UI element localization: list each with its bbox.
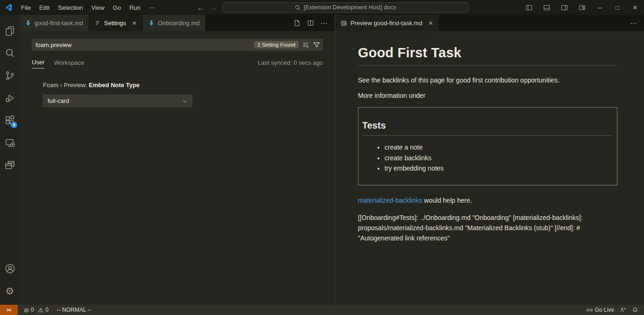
title-bar: File Edit Selection View Go Run ⋯ ← → [E… xyxy=(0,0,644,15)
editor-layouts-icon[interactable] xyxy=(0,154,20,176)
notifications-bell-icon[interactable] xyxy=(632,307,638,313)
tab-preview-good-first-task[interactable]: Preview good-first-task.md ✕ xyxy=(335,15,439,31)
menu-edit[interactable]: Edit xyxy=(35,2,53,13)
search-icon xyxy=(295,5,301,11)
error-icon: ⊘ xyxy=(24,307,29,313)
manage-gear-icon[interactable]: ⚙ xyxy=(0,280,20,302)
editor-group-left: good-first-task.md Settings ✕ Onboarding… xyxy=(20,15,335,305)
close-tab-icon[interactable]: ✕ xyxy=(428,20,433,27)
command-center-search[interactable]: [Extension Development Host] docs xyxy=(222,2,469,13)
tab-label: good-first-task.md xyxy=(35,20,83,27)
menu-selection[interactable]: Selection xyxy=(54,2,86,13)
status-bar: >< ⊘ 0 ⚠ 0 -- NORMAL -- Go Live xyxy=(0,305,644,315)
go-live-button[interactable]: Go Live xyxy=(587,307,614,313)
navigate-forward-icon[interactable]: → xyxy=(210,4,217,12)
embedded-note-rule xyxy=(362,135,612,136)
status-bar-right: Go Live xyxy=(587,307,644,313)
menu-bar: File Edit Selection View Go Run ⋯ xyxy=(0,2,159,13)
markdown-file-icon xyxy=(148,20,154,26)
menu-go[interactable]: Go xyxy=(109,2,125,13)
embed-note-type-dropdown[interactable]: full-card xyxy=(43,95,192,107)
more-actions-icon[interactable]: ⋯ xyxy=(321,19,328,27)
command-center-label: [Extension Development Host] docs xyxy=(304,4,396,11)
tab-good-first-task[interactable]: good-first-task.md xyxy=(20,15,89,31)
customize-layout-icon[interactable] xyxy=(573,0,591,15)
tab-settings[interactable]: Settings ✕ xyxy=(89,15,143,31)
menu-run[interactable]: Run xyxy=(126,2,144,13)
remote-explorer-icon[interactable] xyxy=(0,131,20,154)
run-debug-icon[interactable] xyxy=(0,87,20,109)
command-center-area: ← → [Extension Development Host] docs xyxy=(197,0,469,15)
accounts-icon[interactable] xyxy=(0,257,20,280)
extensions-icon[interactable]: 0 xyxy=(0,109,20,131)
editor-actions-left: ⋯ xyxy=(294,15,335,31)
explorer-icon[interactable] xyxy=(0,20,20,42)
toggle-secondary-sidebar-icon[interactable] xyxy=(555,0,573,15)
remote-icon: >< xyxy=(7,308,12,313)
menu-file[interactable]: File xyxy=(17,2,35,13)
warning-icon: ⚠ xyxy=(38,307,44,313)
markdown-preview: Good First Task See the backlinks of thi… xyxy=(335,31,644,305)
list-item: create backlinks xyxy=(385,153,612,164)
close-window-button[interactable]: ✕ xyxy=(626,0,644,15)
vscode-logo-icon xyxy=(4,3,13,12)
broadcast-icon xyxy=(587,307,593,313)
source-control-icon[interactable] xyxy=(0,64,20,87)
toggle-primary-sidebar-icon[interactable] xyxy=(520,0,538,15)
scope-tab-workspace[interactable]: Workspace xyxy=(54,59,84,68)
open-settings-json-icon[interactable] xyxy=(294,20,301,27)
settings-editor-icon xyxy=(95,20,101,26)
settings-search-controls: 1 Setting Found xyxy=(254,41,320,48)
tab-bar-right: Preview good-first-task.md ✕ ⋯ xyxy=(335,15,644,31)
heading-rule xyxy=(358,65,617,66)
menu-view[interactable]: View xyxy=(88,2,108,13)
tab-bar-left: good-first-task.md Settings ✕ Onboarding… xyxy=(20,15,335,31)
extensions-badge: 0 xyxy=(11,122,17,128)
setting-item-embed-note-type: Foam › Preview: Embed Note Type full-car… xyxy=(32,82,323,107)
go-live-label: Go Live xyxy=(595,307,614,313)
markdown-preview-icon xyxy=(341,20,347,27)
settings-search-input[interactable]: foam.preview 1 Setting Found xyxy=(32,39,323,51)
embedded-note-card: Tests create a note create backlinks try… xyxy=(358,107,617,185)
navigate-back-icon[interactable]: ← xyxy=(197,4,204,12)
search-view-icon[interactable] xyxy=(0,42,20,64)
menu-overflow-icon[interactable]: ⋯ xyxy=(145,2,159,13)
more-actions-icon[interactable]: ⋯ xyxy=(630,19,637,27)
workbench: 0 ⚙ good-first-task.md xyxy=(0,15,644,305)
vscode-window: File Edit Selection View Go Run ⋯ ← → [E… xyxy=(0,0,644,315)
editor-actions-right: ⋯ xyxy=(630,15,644,31)
split-editor-icon[interactable] xyxy=(307,20,314,27)
list-item: create a note xyxy=(385,142,612,153)
close-tab-icon[interactable]: ✕ xyxy=(132,20,137,27)
settings-editor: foam.preview 1 Setting Found User Worksp… xyxy=(20,31,335,305)
scope-tab-user[interactable]: User xyxy=(32,59,44,68)
window-controls: ─ □ ✕ xyxy=(520,0,644,15)
settings-results-badge: 1 Setting Found xyxy=(254,41,299,48)
toggle-panel-icon[interactable] xyxy=(538,0,555,15)
dropdown-value: full-card xyxy=(48,97,69,104)
problems-status[interactable]: ⊘ 0 ⚠ 0 xyxy=(24,307,49,313)
link-references-paragraph: [[Onboarding#Tests]: ../Onboarding.md "O… xyxy=(358,212,617,244)
live-share-icon[interactable] xyxy=(620,307,626,313)
minimize-button[interactable]: ─ xyxy=(591,0,609,15)
tab-onboarding[interactable]: Onboarding.md xyxy=(143,15,206,31)
preview-paragraph-2: More information under xyxy=(358,92,617,99)
list-item: try embedding notes xyxy=(385,163,612,174)
preview-paragraph-1: See the backlinks of this page for good … xyxy=(358,76,617,84)
backlink-paragraph: materialized-backlinks would help here. xyxy=(358,197,617,204)
filter-settings-icon[interactable] xyxy=(313,41,320,48)
settings-scope-tabs: User Workspace Last synced: 0 secs ago xyxy=(32,57,323,68)
remote-indicator[interactable]: >< xyxy=(0,305,18,315)
materialized-backlinks-link[interactable]: materialized-backlinks xyxy=(358,197,422,204)
vim-mode-indicator[interactable]: -- NORMAL -- xyxy=(57,307,91,313)
embedded-note-list: create a note create backlinks try embed… xyxy=(362,142,612,174)
editor-group-right: Preview good-first-task.md ✕ ⋯ Good Firs… xyxy=(335,15,644,305)
clear-settings-search-icon[interactable] xyxy=(302,41,309,48)
backlink-tail: would help here. xyxy=(422,197,472,204)
maximize-button[interactable]: □ xyxy=(609,0,626,15)
embedded-note-heading: Tests xyxy=(362,120,612,131)
tab-label: Onboarding.md xyxy=(158,20,200,27)
setting-category: Foam › Preview: xyxy=(43,82,89,89)
markdown-file-icon xyxy=(25,20,31,26)
settings-search-value: foam.preview xyxy=(35,41,71,48)
